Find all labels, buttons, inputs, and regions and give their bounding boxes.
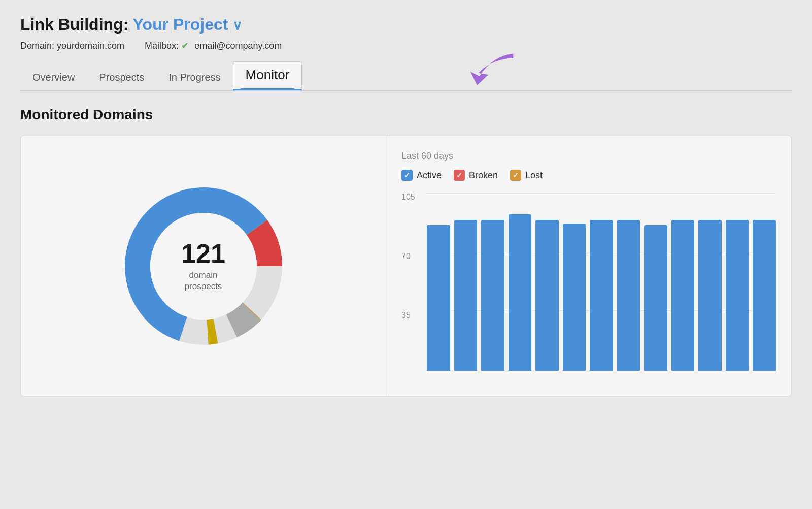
- bar-col: [481, 220, 504, 371]
- bar-col: [509, 214, 532, 371]
- donut-chart: 121 domain prospects: [117, 180, 290, 353]
- tab-in-progress[interactable]: In Progress: [156, 67, 232, 90]
- bar-panel: Last 60 days ✓ Active ✓ Broken ✓ Lost: [386, 136, 791, 396]
- mailbox-check-icon: ✔: [181, 41, 189, 51]
- lost-checkbox[interactable]: ✓: [510, 170, 521, 181]
- legend-active: ✓ Active: [401, 170, 442, 181]
- chart-legend: ✓ Active ✓ Broken ✓ Lost: [401, 170, 776, 181]
- bar-col: [726, 220, 749, 371]
- bar-col: [644, 225, 667, 371]
- active-checkbox[interactable]: ✓: [401, 170, 413, 181]
- bar-col: [454, 220, 478, 371]
- legend-lost-label: Lost: [525, 170, 543, 181]
- bar-col: [753, 220, 776, 371]
- donut-panel: 121 domain prospects: [21, 136, 386, 396]
- donut-total: 121: [181, 240, 225, 266]
- mailbox-info: Mailbox: ✔ email@company.com: [145, 40, 282, 51]
- nav-tabs: Overview Prospects In Progress Monitor: [20, 61, 792, 91]
- gridline-bottom: [427, 371, 776, 371]
- arrow-annotation: [446, 51, 517, 92]
- y-label-70: 70: [401, 252, 415, 261]
- donut-label: domain prospects: [181, 269, 225, 292]
- legend-lost: ✓ Lost: [510, 170, 543, 181]
- meta-row: Domain: yourdomain.com Mailbox: ✔ email@…: [20, 40, 792, 51]
- bar-col: [698, 220, 722, 371]
- title-static: Link Building:: [20, 15, 128, 34]
- period-label: Last 60 days: [401, 151, 776, 162]
- bar-col: [590, 220, 613, 371]
- section-title: Monitored Domains: [20, 107, 792, 123]
- legend-active-label: Active: [417, 170, 442, 181]
- bar-col: [563, 224, 586, 371]
- chevron-down-icon: ∨: [232, 18, 242, 33]
- broken-checkbox[interactable]: ✓: [454, 170, 465, 181]
- bars-area: [427, 193, 776, 371]
- bar-col: [671, 220, 695, 371]
- y-label-35: 35: [401, 311, 415, 320]
- domain-info: Domain: yourdomain.com: [20, 41, 124, 51]
- tab-overview[interactable]: Overview: [20, 67, 87, 90]
- charts-container: 121 domain prospects Last 60 days ✓ Acti…: [20, 135, 792, 397]
- tab-monitor[interactable]: Monitor: [233, 61, 302, 90]
- y-label-105: 105: [401, 193, 415, 201]
- mailbox-email: email@company.com: [194, 41, 282, 51]
- domain-value: yourdomain.com: [57, 41, 124, 51]
- page-title: Link Building: Your Project ∨: [20, 15, 792, 34]
- bar-col: [427, 225, 450, 371]
- legend-broken: ✓ Broken: [454, 170, 498, 181]
- bar-col: [617, 220, 640, 371]
- donut-center: 121 domain prospects: [181, 240, 225, 292]
- legend-broken-label: Broken: [469, 170, 498, 181]
- bar-col: [535, 220, 559, 371]
- bar-chart-area: 105 70 35: [401, 193, 776, 386]
- tab-prospects[interactable]: Prospects: [87, 67, 156, 90]
- project-selector[interactable]: Your Project ∨: [133, 15, 243, 34]
- y-axis: 105 70 35: [401, 193, 415, 386]
